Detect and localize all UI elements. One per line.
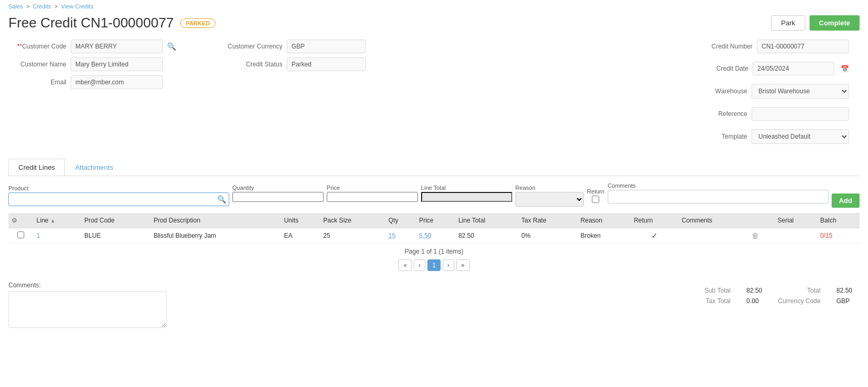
price-field-wrapper: Price [327,185,418,207]
customer-name-input[interactable] [71,57,163,71]
customer-code-input[interactable] [71,40,163,53]
col-units: Units [281,213,320,228]
row-delete[interactable]: 🗑 [748,228,774,244]
page-title: Free Credit CN1-00000077 PARKED [8,15,216,31]
reason-label: Reason [515,185,584,191]
pagination-controls: « ‹ 1 › » [8,259,860,271]
row-line[interactable]: 1 [33,228,81,244]
breadcrumb-sales[interactable]: Sales [8,3,23,9]
credit-lines-section: Product 🔍 Quantity Price Line Total Reas… [0,176,868,282]
warehouse-select[interactable]: Bristol Warehouse [752,84,849,99]
product-search-input[interactable] [8,192,229,206]
row-checkbox[interactable] [17,231,24,238]
park-button[interactable]: Park [771,15,805,31]
credit-number-label: Credit Number [700,43,753,50]
reference-input[interactable] [752,107,849,121]
calendar-icon[interactable]: 📅 [841,65,849,73]
pagination-info: Page 1 of 1 (1 items) [405,248,463,255]
template-select[interactable]: Unleashed Default [752,129,849,144]
customer-info-col: **Customer Code 🔍 Customer Name Email [8,40,209,148]
table-header-row: ⚙ Line ▲ Prod Code Prod Description Unit… [8,213,860,228]
customer-code-group: **Customer Code 🔍 [8,40,209,53]
add-button-wrapper: Add [832,184,860,208]
credit-lines-table: ⚙ Line ▲ Prod Code Prod Description Unit… [8,213,860,244]
pagination-page-1[interactable]: 1 [427,259,441,271]
pagination-first[interactable]: « [398,259,412,271]
email-input[interactable] [71,75,163,89]
add-button[interactable]: Add [832,193,860,208]
tab-credit-lines[interactable]: Credit Lines [8,159,65,176]
line-total-input[interactable] [421,192,512,202]
credit-number-input[interactable] [757,40,849,53]
col-price: Price [416,213,455,228]
breadcrumb: Sales > Credits > View Credits [0,0,868,13]
template-group: Template Unleashed Default [695,129,849,144]
template-label: Template [695,133,747,140]
email-label: Email [8,79,66,86]
breadcrumb-credits[interactable]: Credits [33,3,51,9]
product-field-wrapper: Product 🔍 [8,185,229,206]
gear-icon[interactable]: ⚙ [12,217,17,224]
credit-date-input[interactable] [753,62,834,75]
header-actions: Park Complete [771,15,860,31]
reference-label: Reference [695,110,747,118]
reference-group: Reference [695,107,849,121]
parked-badge: PARKED [180,18,216,28]
price-input[interactable] [327,192,418,202]
credit-date-group: Credit Date 📅 [696,62,849,75]
col-comments: Comments [679,213,749,228]
sub-total-value: 82.50 [746,287,762,294]
customer-code-search-icon[interactable]: 🔍 [167,42,176,51]
quantity-label: Quantity [232,185,324,191]
row-pack-size: 25 [320,228,385,244]
col-line: Line ▲ [33,213,81,228]
sub-total-label: Sub Total [704,287,730,294]
row-serial [774,228,817,244]
row-price[interactable]: 5.50 [416,228,455,244]
reason-select[interactable] [515,192,584,207]
product-search-icon[interactable]: 🔍 [217,195,226,204]
return-checkbox[interactable] [592,196,599,203]
page-title-text: Free Credit CN1-00000077 [8,15,174,31]
credit-status-group: Credit Status [219,57,420,71]
pagination-next[interactable]: › [443,259,454,271]
product-label: Product [8,185,229,191]
customer-currency-input[interactable] [287,40,366,53]
currency-code-label: Currency Code [778,297,821,305]
pagination-last[interactable]: » [456,259,470,271]
row-checkbox-cell [8,228,33,244]
credit-status-input[interactable] [287,57,366,71]
col-qty: Qty [385,213,416,228]
table-row: 1 BLUE Blissful Blueberry Jam EA 25 15 5… [8,228,860,244]
email-group: Email [8,75,209,89]
complete-button[interactable]: Complete [810,15,860,31]
comments-textarea[interactable] [8,291,167,328]
col-gear: ⚙ [8,213,33,228]
right-col: Credit Number Credit Date 📅 Warehouse Br… [430,40,860,148]
tab-attachments[interactable]: Attachments [65,159,123,176]
col-return: Return [631,213,679,228]
tabs-bar: Credit Lines Attachments [8,159,860,176]
tax-total-label: Tax Total [704,297,730,305]
breadcrumb-view-credits[interactable]: View Credits [61,3,94,9]
col-tax-rate: Tax Rate [518,213,577,228]
bottom-area: Comments: Sub Total 82.50 Total 82.50 Ta… [0,282,868,340]
warehouse-label: Warehouse [695,88,747,95]
row-reason: Broken [578,228,631,244]
row-prod-desc: Blissful Blueberry Jam [150,228,280,244]
comments-label: Comments [608,182,828,189]
col-delete [748,213,774,228]
credit-date-label: Credit Date [696,65,748,72]
pagination-prev[interactable]: ‹ [414,259,425,271]
total-label: Total [778,287,821,294]
customer-currency-label: Customer Currency [219,43,282,50]
row-qty[interactable]: 15 [385,228,416,244]
row-return: ✓ [631,228,679,244]
return-check-icon: ✓ [651,231,658,240]
delete-icon[interactable]: 🗑 [752,231,759,240]
row-batch[interactable]: 0/15 [817,228,860,244]
quantity-input[interactable] [232,192,324,202]
row-tax-rate: 0% [518,228,577,244]
comments-input[interactable] [608,190,828,204]
pagination: Page 1 of 1 (1 items) [8,248,860,255]
